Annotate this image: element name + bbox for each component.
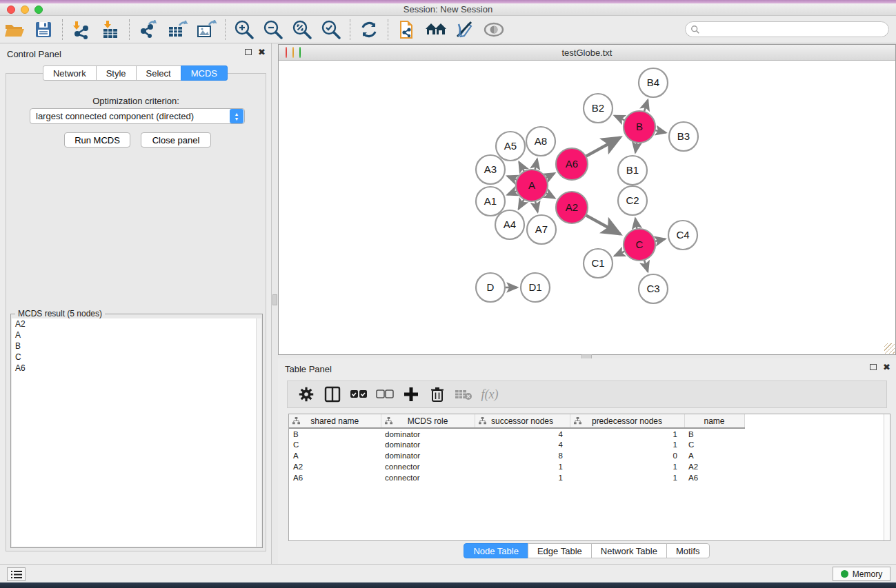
hide-labels-button[interactable] [450, 18, 479, 41]
graph-edge-C-C3[interactable] [644, 260, 648, 272]
zoom-fit-button[interactable] [288, 18, 317, 41]
zoom-selected-button[interactable] [317, 18, 346, 41]
table-cell[interactable]: B [684, 428, 744, 439]
table-cell[interactable]: A2 [684, 461, 744, 472]
tab-mcds[interactable]: MCDS [181, 65, 228, 81]
delete-table-button[interactable] [450, 383, 477, 405]
graph-node-B3[interactable]: B3 [669, 122, 698, 151]
graph-node-C4[interactable]: C4 [668, 221, 697, 250]
graph-node-C[interactable]: C [624, 229, 655, 261]
tab-edge-table[interactable]: Edge Table [528, 543, 592, 558]
table-cell[interactable]: 4 [475, 428, 570, 439]
table-row[interactable]: Adominator80A [289, 450, 744, 461]
create-column-button[interactable] [398, 383, 424, 405]
graph-edge-C-C4[interactable] [655, 239, 665, 241]
close-panel-button[interactable]: Close panel [141, 132, 211, 148]
mcds-result-item[interactable]: A [12, 330, 257, 341]
delete-column-button[interactable] [424, 383, 450, 405]
graph-edge-A-A7[interactable] [535, 201, 537, 212]
search-field[interactable] [685, 21, 889, 37]
graph-node-B[interactable]: B [624, 111, 655, 143]
save-session-button[interactable] [29, 18, 58, 41]
clone-network-button[interactable] [392, 18, 421, 41]
graph-node-A[interactable]: A [516, 170, 548, 201]
col-mcds-role[interactable]: MCDS role [381, 414, 475, 428]
table-cell[interactable]: B [289, 428, 381, 439]
mcds-result-item[interactable]: C [12, 352, 257, 363]
graph-edge-B-B2[interactable] [615, 116, 625, 121]
mcds-result-item[interactable]: A2 [12, 318, 257, 330]
network-graph[interactable]: B4B2BB3A5A8A6A3B1AA1C2A2A4A7C4CC1DD1C3 [279, 61, 895, 354]
graph-node-A3[interactable]: A3 [476, 155, 505, 184]
graph-edge-A-A1[interactable] [507, 191, 517, 194]
col-predecessor-nodes[interactable]: predecessor nodes [570, 414, 684, 428]
network-canvas[interactable]: B4B2BB3A5A8A6A3B1AA1C2A2A4A7C4CC1DD1C3 [279, 61, 895, 354]
table-cell[interactable]: connector [381, 472, 475, 483]
table-row[interactable]: A6connector11A6 [289, 472, 744, 483]
search-input[interactable] [700, 25, 888, 34]
table-cell[interactable]: C [684, 439, 744, 450]
col-name[interactable]: name [684, 414, 744, 428]
tab-node-table[interactable]: Node Table [464, 543, 528, 558]
table-row[interactable]: Bdominator41B [289, 428, 744, 439]
memory-button[interactable]: Memory [833, 567, 890, 581]
graph-node-A2[interactable]: A2 [556, 192, 588, 223]
graph-edge-A-A2[interactable] [546, 193, 555, 198]
graph-edge-C-C1[interactable] [615, 251, 625, 256]
graph-node-A4[interactable]: A4 [495, 210, 524, 239]
col-successor-nodes[interactable]: successor nodes [475, 414, 570, 428]
table-cell[interactable]: 1 [570, 428, 684, 439]
graph-node-C2[interactable]: C2 [618, 186, 647, 215]
table-cell[interactable]: A2 [289, 461, 381, 472]
graph-edge-A6-B[interactable] [586, 137, 620, 156]
graph-node-A5[interactable]: A5 [496, 132, 525, 161]
table-settings-button[interactable] [293, 383, 319, 405]
table-cell[interactable]: dominator [381, 428, 475, 439]
col-shared-name[interactable]: shared name [289, 414, 381, 428]
mcds-result-item[interactable]: A6 [12, 363, 257, 374]
table-cell[interactable]: 1 [570, 439, 684, 450]
table-cell[interactable]: 4 [475, 439, 570, 450]
graph-edge-A-A6[interactable] [546, 173, 555, 178]
table-cell[interactable]: C [289, 439, 381, 450]
open-file-button[interactable] [0, 18, 29, 41]
network-window-titlebar[interactable]: testGlobe.txt [279, 45, 895, 61]
table-cell[interactable]: dominator [381, 439, 475, 450]
select-all-button[interactable] [346, 383, 372, 405]
export-table-button[interactable] [163, 18, 192, 41]
window-resize-grip[interactable] [884, 343, 895, 354]
graph-node-A1[interactable]: A1 [476, 187, 505, 216]
graph-node-B1[interactable]: B1 [618, 156, 647, 185]
table-cell[interactable]: connector [381, 461, 475, 472]
mcds-result-list[interactable]: A2ABCA6 [12, 318, 257, 547]
show-column-button[interactable] [319, 383, 346, 405]
graph-edge-B-B4[interactable] [644, 100, 648, 112]
graph-edge-A-A5[interactable] [519, 162, 524, 172]
graph-edge-A-A3[interactable] [507, 176, 517, 179]
graph-node-D1[interactable]: D1 [521, 273, 550, 302]
graph-node-A7[interactable]: A7 [527, 215, 556, 244]
table-cell[interactable]: 1 [570, 472, 684, 483]
function-builder-button[interactable]: f(x) [477, 383, 503, 405]
graph-node-B4[interactable]: B4 [639, 68, 668, 97]
vertical-splitter-handle[interactable] [272, 294, 277, 305]
graph-node-C1[interactable]: C1 [584, 249, 613, 278]
float-table-panel-icon[interactable] [870, 364, 877, 370]
graph-edge-A2-C[interactable] [586, 215, 620, 234]
graph-node-D[interactable]: D [476, 273, 505, 302]
first-neighbors-button[interactable] [421, 18, 450, 41]
table-cell[interactable]: 1 [475, 461, 570, 472]
graph-node-C3[interactable]: C3 [639, 274, 668, 303]
run-mcds-button[interactable]: Run MCDS [64, 132, 130, 148]
import-table-button[interactable] [96, 18, 125, 41]
float-panel-icon[interactable] [245, 49, 252, 55]
import-network-button[interactable] [67, 18, 96, 41]
table-cell[interactable]: A6 [289, 472, 381, 483]
attribute-table[interactable]: shared name MCDS role successor nodes pr… [289, 414, 745, 483]
table-cell[interactable]: dominator [381, 450, 475, 461]
table-cell[interactable]: 8 [475, 450, 570, 461]
export-network-button[interactable] [134, 18, 163, 41]
mcds-result-item[interactable]: B [12, 341, 257, 352]
tab-style[interactable]: Style [96, 65, 137, 81]
graph-node-B2[interactable]: B2 [584, 94, 613, 123]
